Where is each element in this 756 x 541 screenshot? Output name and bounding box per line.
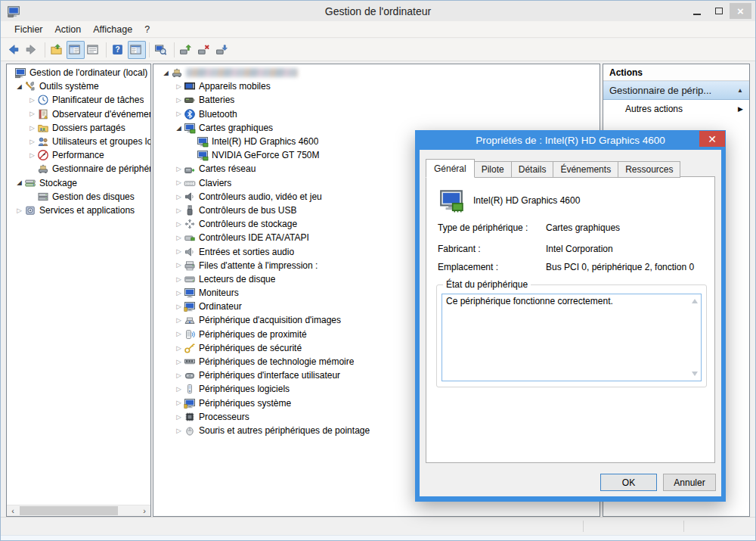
expander-icon[interactable]: ▷ <box>174 248 184 255</box>
uninstall-device-button[interactable] <box>196 41 214 59</box>
expander-icon[interactable]: ◢ <box>14 179 24 186</box>
expander-icon[interactable]: ▷ <box>27 138 37 145</box>
expander-icon[interactable]: ◢ <box>161 70 171 76</box>
sidebar-item[interactable]: ▷Performance <box>7 148 150 162</box>
scan-hardware-button[interactable] <box>153 41 171 59</box>
device-item[interactable]: ▷Bluetooth <box>153 107 600 121</box>
expander-icon[interactable]: ▷ <box>174 194 184 201</box>
dialog-buttons: OK Annuler <box>600 474 716 491</box>
expander-icon[interactable]: ▷ <box>174 262 184 269</box>
menu-item-[interactable]: ? <box>138 23 156 36</box>
expander-icon[interactable]: ▷ <box>174 83 184 90</box>
scroll-right-icon[interactable]: › <box>138 505 150 516</box>
expander-icon[interactable]: ▷ <box>174 166 184 173</box>
expander-icon[interactable]: ▷ <box>174 345 184 352</box>
keyboard-icon <box>184 177 196 189</box>
tree-item-label: Cartes graphiques <box>199 123 273 133</box>
expander-icon[interactable]: ▷ <box>174 207 184 214</box>
device-root-item[interactable]: ◢ <box>153 66 600 79</box>
sidebar-item[interactable]: ▷Dossiers partagés <box>7 121 150 135</box>
horizontal-scrollbar[interactable]: ‹ › <box>7 505 150 516</box>
sidebar-item[interactable]: ▷Utilisateurs et groupes locaux <box>7 135 150 148</box>
storage-icon <box>24 177 36 189</box>
scroll-up-icon[interactable] <box>692 299 698 303</box>
sidebar-item[interactable]: ◢Stockage <box>7 176 150 190</box>
expander-icon[interactable]: ▷ <box>174 386 184 393</box>
tree-item-label: Utilisateurs et groupes locaux <box>52 136 150 147</box>
tab-pilote[interactable]: Pilote <box>475 161 512 178</box>
expander-icon[interactable]: ◢ <box>14 83 24 90</box>
back-button[interactable] <box>5 41 23 59</box>
sidebar-item[interactable]: ▷Observateur d'événements <box>7 107 150 121</box>
dialog-title: Propriétés de : Intel(R) HD Graphics 460… <box>476 135 665 146</box>
expander-icon[interactable]: ▷ <box>174 428 184 434</box>
minimize-button[interactable] <box>686 3 708 19</box>
expander-icon[interactable]: ▷ <box>174 179 184 186</box>
scroll-down-icon[interactable] <box>692 372 698 376</box>
maximize-button[interactable] <box>708 3 730 19</box>
expander-icon[interactable]: ▷ <box>27 125 37 132</box>
help-button[interactable] <box>110 41 128 59</box>
export-list-button[interactable] <box>48 41 67 59</box>
sidebar-item[interactable]: ▷Services et applications <box>7 204 150 217</box>
expander-icon[interactable]: ▷ <box>174 110 184 117</box>
expander-icon[interactable]: ▷ <box>174 290 184 297</box>
dialog-titlebar[interactable]: Propriétés de : Intel(R) HD Graphics 460… <box>415 130 726 150</box>
toolbar-separator <box>174 42 175 58</box>
sidebar-item[interactable]: ◢Outils système <box>7 79 150 93</box>
properties-button[interactable] <box>85 41 103 59</box>
device-status-textbox[interactable]: Ce périphérique fonctionne correctement. <box>442 294 702 381</box>
expander-icon[interactable]: ▷ <box>27 110 37 117</box>
more-actions-item[interactable]: Autres actions ▶ <box>603 100 749 118</box>
sidebar-item[interactable]: Gestion de l'ordinateur (local) <box>7 66 150 79</box>
scroll-left-icon[interactable]: ‹ <box>7 505 19 516</box>
tab-evenements[interactable]: Événements <box>553 161 618 178</box>
window-titlebar[interactable]: Gestion de l'ordinateur × <box>1 1 755 21</box>
expander-icon[interactable]: ▷ <box>174 97 184 104</box>
menu-item-action[interactable]: Action <box>49 23 88 36</box>
tree-item-label: Périphériques de technologie mémoire <box>199 356 354 367</box>
expander-icon[interactable]: ▷ <box>27 152 37 159</box>
expander-icon[interactable]: ▷ <box>174 276 184 283</box>
tab-general[interactable]: Général <box>426 159 475 178</box>
sidebar-item[interactable]: Gestionnaire de périphériques <box>7 162 150 176</box>
forward-button[interactable] <box>23 41 42 59</box>
expander-icon[interactable]: ▷ <box>14 207 24 214</box>
tab-details[interactable]: Détails <box>512 161 554 178</box>
scrollbar-thumb[interactable] <box>20 506 118 515</box>
expander-icon[interactable]: ▷ <box>174 317 184 324</box>
cancel-button[interactable]: Annuler <box>663 474 716 491</box>
expander-icon[interactable]: ▷ <box>174 221 184 228</box>
close-button[interactable]: × <box>730 3 751 19</box>
menu-item-affichage[interactable]: Affichage <box>87 23 138 36</box>
scan-device-button[interactable] <box>214 41 232 59</box>
sidebar-item[interactable]: ▷Planificateur de tâches <box>7 93 150 107</box>
expander-icon[interactable]: ◢ <box>174 125 184 132</box>
show-action-pane-button[interactable] <box>128 41 146 59</box>
sidebar-item[interactable]: Gestion des disques <box>7 190 150 204</box>
expander-icon[interactable]: ▷ <box>174 372 184 379</box>
dialog-close-button[interactable]: ✕ <box>699 131 725 147</box>
collapse-icon[interactable]: ▲ <box>737 87 743 94</box>
tree-item-label: Bluetooth <box>199 109 237 120</box>
expander-icon[interactable]: ▷ <box>174 414 184 421</box>
device-item[interactable]: ▷Batteries <box>153 93 600 107</box>
expander-icon[interactable]: ▷ <box>174 331 184 337</box>
expander-icon[interactable]: ▷ <box>174 235 184 241</box>
expander-icon[interactable]: ▷ <box>174 359 184 365</box>
key-icon <box>184 342 196 354</box>
menu-item-fichier[interactable]: Fichier <box>8 23 49 36</box>
update-driver-button[interactable] <box>178 41 196 59</box>
gpu-icon <box>184 122 196 134</box>
device-name: Intel(R) HD Graphics 4600 <box>473 195 580 206</box>
device-item[interactable]: ▷Appareils mobiles <box>153 79 600 93</box>
actions-group-device-manager[interactable]: Gestionnaire de périp... ▲ <box>603 81 749 100</box>
ok-button[interactable]: OK <box>600 474 657 491</box>
tab-ressources[interactable]: Ressources <box>618 161 680 178</box>
expander-icon[interactable]: ▷ <box>174 400 184 406</box>
show-console-tree-button[interactable] <box>67 41 85 59</box>
sharedfolder-icon <box>37 122 49 134</box>
app-icon <box>7 5 20 18</box>
expander-icon[interactable]: ▷ <box>174 303 184 310</box>
expander-icon[interactable]: ▷ <box>27 97 37 104</box>
